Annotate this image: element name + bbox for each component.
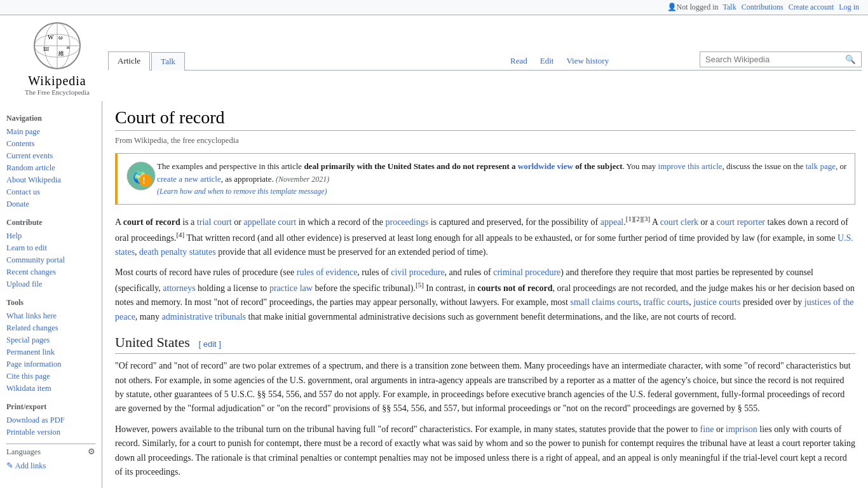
sidebar-item-page-information[interactable]: Page information: [6, 358, 95, 370]
pencil-icon: ✎: [6, 461, 13, 470]
view-tab-read[interactable]: Read: [504, 52, 534, 70]
logo-subtitle: The Free Encyclopedia: [25, 88, 90, 96]
svg-text:ω: ω: [58, 34, 63, 41]
svg-text:W: W: [48, 34, 54, 41]
sidebar-item-main-page[interactable]: Main page: [6, 126, 95, 138]
contributions-link[interactable]: Contributions: [742, 3, 783, 12]
trial-court-link[interactable]: trial court: [197, 217, 232, 226]
small-claims-link[interactable]: small claims courts: [570, 297, 639, 307]
wiki-header: W ω Ш 維 и Wikipedia The Free Encyclopedi…: [0, 15, 868, 101]
create-article-link[interactable]: create a new article: [157, 174, 221, 184]
article-para5: In some classes of cases, after a determ…: [115, 485, 855, 488]
article-content: Court of record From Wikipedia, the free…: [102, 101, 868, 488]
tab-article[interactable]: Article: [108, 51, 150, 71]
create-account-link[interactable]: Create account: [789, 3, 834, 12]
contribute-section-title: Contribute: [6, 218, 95, 227]
learn-remove-link[interactable]: (Learn how and when to remove this templ…: [157, 187, 327, 196]
sidebar-item-recent-changes[interactable]: Recent changes: [6, 266, 95, 278]
sidebar-item-printable-version[interactable]: Printable version: [6, 426, 95, 438]
traffic-courts-link[interactable]: traffic courts: [644, 297, 689, 307]
tabs-and-search: Article Talk Read Edit View history 🔍: [108, 51, 862, 71]
search-box: 🔍: [700, 51, 862, 67]
logo-area: W ω Ш 維 и Wikipedia The Free Encyclopedi…: [6, 20, 108, 101]
sidebar-item-contact[interactable]: Contact us: [6, 186, 95, 198]
log-in-link[interactable]: Log in: [839, 3, 859, 12]
view-tab-edit[interactable]: Edit: [534, 52, 560, 70]
svg-point-14: [139, 174, 152, 187]
admin-tribunals-link[interactable]: administrative tribunals: [161, 312, 246, 322]
top-bar: 👤 Not logged in Talk Contributions Creat…: [0, 0, 868, 15]
languages-title: Languages: [6, 447, 41, 457]
svg-text:и: и: [67, 44, 70, 50]
improve-article-link[interactable]: improve this article: [658, 161, 722, 171]
search-input[interactable]: [700, 52, 840, 67]
article-para3: "Of record" and "not of record" are two …: [115, 359, 855, 416]
court-reporter-link[interactable]: court reporter: [716, 217, 765, 226]
svg-text:Ш: Ш: [43, 46, 49, 52]
rules-evidence-link[interactable]: rules of evidence: [297, 268, 358, 277]
article-para2: Most courts of record have rules of proc…: [115, 266, 855, 324]
sidebar-item-community-portal[interactable]: Community portal: [6, 254, 95, 266]
search-button[interactable]: 🔍: [840, 52, 861, 67]
talk-link[interactable]: Talk: [723, 3, 736, 12]
us-states-link[interactable]: U.S. states: [115, 233, 853, 256]
notice-bold: deal primarily with the United States an…: [304, 161, 622, 171]
attorneys-link[interactable]: attorneys: [163, 283, 195, 293]
main-layout: Navigation Main page Contents Current ev…: [0, 101, 868, 488]
sidebar-item-donate[interactable]: Donate: [6, 198, 95, 210]
justice-courts-link[interactable]: justice courts: [693, 297, 740, 307]
section-edit-link[interactable]: [ edit ]: [198, 339, 220, 349]
navigation-section-title: Navigation: [6, 114, 95, 123]
notice-icon: 🌍 !: [125, 160, 157, 198]
section-us-title: United States [ edit ]: [115, 334, 855, 354]
sidebar-item-upload-file[interactable]: Upload file: [6, 278, 95, 290]
sidebar-item-cite-this-page[interactable]: Cite this page: [6, 370, 95, 383]
civil-procedure-link[interactable]: civil procedure: [391, 268, 444, 277]
tools-section-title: Tools: [6, 298, 95, 308]
criminal-procedure-link[interactable]: criminal procedure: [493, 268, 560, 277]
death-penalty-link[interactable]: death penalty statutes: [139, 247, 216, 257]
notice-text-before: The examples and perspective in this art…: [157, 161, 304, 171]
worldwide-view-link[interactable]: worldwide view: [518, 161, 573, 171]
sidebar-item-contents[interactable]: Contents: [6, 138, 95, 150]
article-tabs: Article Talk: [108, 51, 186, 70]
languages-section: Languages ⚙: [6, 444, 95, 459]
sidebar-item-learn-to-edit[interactable]: Learn to edit: [6, 242, 95, 254]
talk-page-link[interactable]: talk page: [806, 161, 836, 171]
proceedings-link[interactable]: proceedings: [385, 217, 428, 226]
notice-text: The examples and perspective in this art…: [157, 160, 847, 198]
sidebar-item-special-pages[interactable]: Special pages: [6, 334, 95, 346]
article-title: Court of record: [115, 107, 855, 131]
logo-title[interactable]: Wikipedia: [28, 74, 86, 88]
view-tabs: Read Edit View history: [504, 52, 615, 70]
article-para4: However, powers available to the tribuna…: [115, 423, 855, 480]
not-logged-in-label: Not logged in: [677, 3, 719, 12]
wikipedia-logo: W ω Ш 維 и: [32, 20, 83, 71]
user-icon: 👤: [667, 3, 677, 12]
article-para1: A court of record is a trial court or ap…: [115, 214, 855, 259]
article-subtitle: From Wikipedia, the free encyclopedia: [115, 136, 855, 146]
svg-text:維: 維: [58, 50, 64, 57]
appellate-court-link[interactable]: appellate court: [243, 217, 296, 226]
sidebar: Navigation Main page Contents Current ev…: [0, 101, 102, 488]
sidebar-item-what-links-here[interactable]: What links here: [6, 310, 95, 322]
fine-link[interactable]: fine: [700, 424, 714, 434]
sidebar-item-permanent-link[interactable]: Permanent link: [6, 346, 95, 358]
imprison-link[interactable]: imprison: [726, 424, 757, 434]
court-clerk-link[interactable]: court clerk: [660, 217, 698, 226]
tab-talk[interactable]: Talk: [151, 52, 185, 71]
view-tab-history[interactable]: View history: [560, 52, 615, 70]
svg-text:!: !: [142, 176, 146, 186]
sidebar-item-wikidata-item[interactable]: Wikidata item: [6, 383, 95, 395]
sidebar-item-download-pdf[interactable]: Download as PDF: [6, 414, 95, 426]
notice-box: 🌍 ! The examples and perspective in this…: [115, 153, 855, 205]
sidebar-item-current-events[interactable]: Current events: [6, 150, 95, 162]
sidebar-item-help[interactable]: Help: [6, 230, 95, 242]
sidebar-item-random-article[interactable]: Random article: [6, 162, 95, 174]
sidebar-item-add-links[interactable]: ✎ Add links: [6, 459, 95, 472]
sidebar-item-about[interactable]: About Wikipedia: [6, 174, 95, 186]
practice-law-link[interactable]: practice law: [269, 283, 313, 293]
sidebar-item-related-changes[interactable]: Related changes: [6, 322, 95, 334]
appeal-link[interactable]: appeal: [600, 217, 624, 226]
languages-gear-icon[interactable]: ⚙: [88, 447, 95, 457]
